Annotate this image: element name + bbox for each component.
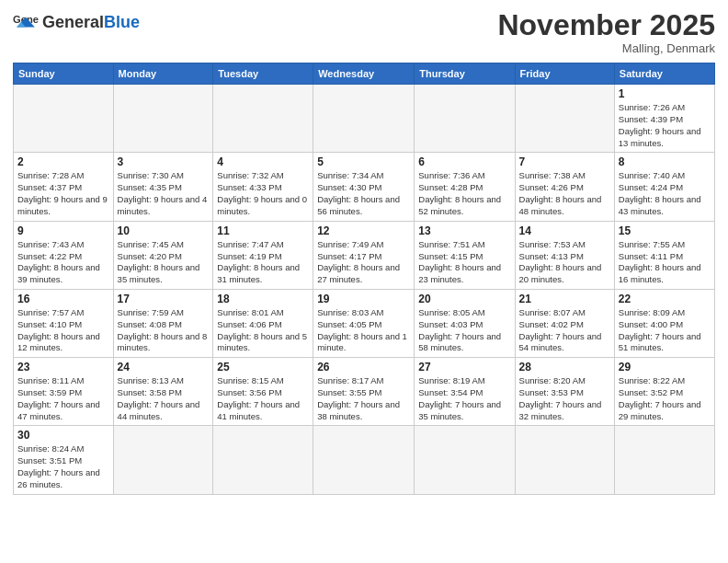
day-number: 1 [619,87,711,100]
day-info: Sunrise: 8:24 AM Sunset: 3:51 PM Dayligh… [17,443,109,490]
day-number: 26 [317,361,410,373]
day-info: Sunrise: 8:09 AM Sunset: 4:00 PM Dayligh… [619,307,711,354]
table-row [415,85,515,153]
table-row: 11Sunrise: 7:47 AM Sunset: 4:19 PM Dayli… [213,221,313,289]
table-row: 5Sunrise: 7:34 AM Sunset: 4:30 PM Daylig… [313,153,415,221]
calendar-week-3: 9Sunrise: 7:43 AM Sunset: 4:22 PM Daylig… [14,221,715,289]
day-info: Sunrise: 7:51 AM Sunset: 4:15 PM Dayligh… [418,239,510,286]
day-info: Sunrise: 7:55 AM Sunset: 4:11 PM Dayligh… [619,239,711,286]
day-info: Sunrise: 8:22 AM Sunset: 3:52 PM Dayligh… [619,375,711,422]
table-row: 4Sunrise: 7:32 AM Sunset: 4:33 PM Daylig… [213,153,313,221]
day-info: Sunrise: 8:05 AM Sunset: 4:03 PM Dayligh… [418,307,510,354]
table-row [614,426,714,494]
day-number: 22 [619,293,711,305]
day-info: Sunrise: 7:34 AM Sunset: 4:30 PM Dayligh… [317,170,410,217]
table-row: 20Sunrise: 8:05 AM Sunset: 4:03 PM Dayli… [415,289,515,357]
header-monday: Monday [113,63,213,85]
day-number: 14 [519,224,610,237]
logo-text: GeneralBlue [42,14,140,30]
table-row: 23Sunrise: 8:11 AM Sunset: 3:59 PM Dayli… [14,358,114,426]
table-row: 21Sunrise: 8:07 AM Sunset: 4:02 PM Dayli… [515,289,614,357]
day-info: Sunrise: 7:40 AM Sunset: 4:24 PM Dayligh… [619,170,711,217]
day-info: Sunrise: 8:15 AM Sunset: 3:56 PM Dayligh… [217,375,309,422]
calendar-week-1: 1Sunrise: 7:26 AM Sunset: 4:39 PM Daylig… [14,85,715,153]
table-row: 3Sunrise: 7:30 AM Sunset: 4:35 PM Daylig… [113,153,213,221]
table-row: 12Sunrise: 7:49 AM Sunset: 4:17 PM Dayli… [313,221,415,289]
logo: General GeneralBlue [13,9,140,35]
calendar-week-5: 23Sunrise: 8:11 AM Sunset: 3:59 PM Dayli… [14,358,715,426]
table-row: 8Sunrise: 7:40 AM Sunset: 4:24 PM Daylig… [614,153,714,221]
table-row: 24Sunrise: 8:13 AM Sunset: 3:58 PM Dayli… [113,358,213,426]
day-info: Sunrise: 7:49 AM Sunset: 4:17 PM Dayligh… [317,239,410,286]
day-number: 9 [17,224,109,237]
header-saturday: Saturday [614,63,714,85]
day-number: 18 [217,293,309,305]
day-info: Sunrise: 7:38 AM Sunset: 4:26 PM Dayligh… [519,170,610,217]
table-row: 29Sunrise: 8:22 AM Sunset: 3:52 PM Dayli… [614,358,714,426]
table-row: 27Sunrise: 8:19 AM Sunset: 3:54 PM Dayli… [415,358,515,426]
day-number: 4 [217,155,309,168]
table-row: 17Sunrise: 7:59 AM Sunset: 4:08 PM Dayli… [113,289,213,357]
day-number: 29 [619,361,711,373]
calendar-week-6: 30Sunrise: 8:24 AM Sunset: 3:51 PM Dayli… [14,426,715,494]
table-row: 26Sunrise: 8:17 AM Sunset: 3:55 PM Dayli… [313,358,415,426]
day-info: Sunrise: 8:01 AM Sunset: 4:06 PM Dayligh… [217,307,309,354]
day-number: 20 [418,293,510,305]
table-row: 28Sunrise: 8:20 AM Sunset: 3:53 PM Dayli… [515,358,614,426]
table-row: 14Sunrise: 7:53 AM Sunset: 4:13 PM Dayli… [515,221,614,289]
day-number: 11 [217,224,309,237]
day-number: 21 [519,293,610,305]
table-row: 2Sunrise: 7:28 AM Sunset: 4:37 PM Daylig… [14,153,114,221]
location-subtitle: Malling, Denmark [497,41,715,55]
day-number: 27 [418,361,510,373]
day-number: 25 [217,361,309,373]
month-title: November 2025 [497,9,715,41]
header-thursday: Thursday [415,63,515,85]
table-row [313,426,415,494]
day-info: Sunrise: 8:13 AM Sunset: 3:58 PM Dayligh… [118,375,210,422]
day-info: Sunrise: 7:32 AM Sunset: 4:33 PM Dayligh… [217,170,309,217]
table-row: 30Sunrise: 8:24 AM Sunset: 3:51 PM Dayli… [14,426,114,494]
day-info: Sunrise: 7:57 AM Sunset: 4:10 PM Dayligh… [17,307,109,354]
table-row: 22Sunrise: 8:09 AM Sunset: 4:00 PM Dayli… [614,289,714,357]
day-number: 5 [317,155,410,168]
title-block: November 2025 Malling, Denmark [497,9,715,55]
table-row [415,426,515,494]
table-row: 7Sunrise: 7:38 AM Sunset: 4:26 PM Daylig… [515,153,614,221]
day-info: Sunrise: 8:19 AM Sunset: 3:54 PM Dayligh… [418,375,510,422]
day-info: Sunrise: 7:36 AM Sunset: 4:28 PM Dayligh… [418,170,510,217]
day-number: 16 [17,293,109,305]
day-number: 23 [17,361,109,373]
day-number: 19 [317,293,410,305]
calendar-header-row: Sunday Monday Tuesday Wednesday Thursday… [14,63,715,85]
table-row [14,85,114,153]
day-info: Sunrise: 7:53 AM Sunset: 4:13 PM Dayligh… [519,239,610,286]
table-row: 13Sunrise: 7:51 AM Sunset: 4:15 PM Dayli… [415,221,515,289]
day-number: 28 [519,361,610,373]
day-number: 6 [418,155,510,168]
day-info: Sunrise: 7:26 AM Sunset: 4:39 PM Dayligh… [619,102,711,149]
table-row: 18Sunrise: 8:01 AM Sunset: 4:06 PM Dayli… [213,289,313,357]
day-info: Sunrise: 7:59 AM Sunset: 4:08 PM Dayligh… [118,307,210,354]
day-info: Sunrise: 7:45 AM Sunset: 4:20 PM Dayligh… [118,239,210,286]
table-row [113,426,213,494]
calendar-week-2: 2Sunrise: 7:28 AM Sunset: 4:37 PM Daylig… [14,153,715,221]
header-tuesday: Tuesday [213,63,313,85]
day-number: 12 [317,224,410,237]
table-row: 16Sunrise: 7:57 AM Sunset: 4:10 PM Dayli… [14,289,114,357]
day-number: 2 [17,155,109,168]
day-info: Sunrise: 7:30 AM Sunset: 4:35 PM Dayligh… [118,170,210,217]
day-number: 17 [118,293,210,305]
day-number: 10 [118,224,210,237]
table-row: 10Sunrise: 7:45 AM Sunset: 4:20 PM Dayli… [113,221,213,289]
day-number: 3 [118,155,210,168]
day-number: 24 [118,361,210,373]
table-row [213,426,313,494]
table-row [313,85,415,153]
header-wednesday: Wednesday [313,63,415,85]
day-number: 13 [418,224,510,237]
day-number: 8 [619,155,711,168]
calendar-table: Sunday Monday Tuesday Wednesday Thursday… [13,63,715,495]
logo-icon: General [13,9,39,35]
day-info: Sunrise: 7:43 AM Sunset: 4:22 PM Dayligh… [17,239,109,286]
